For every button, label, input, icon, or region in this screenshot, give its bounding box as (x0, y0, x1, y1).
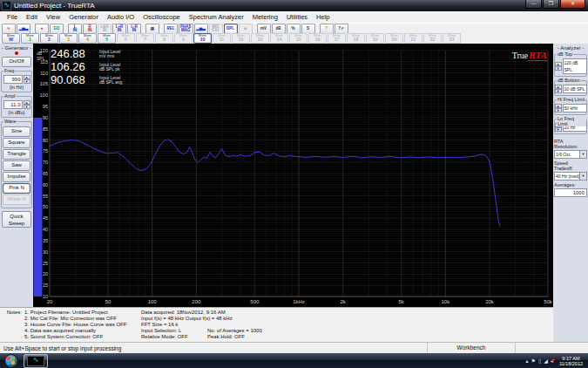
mem-button-21[interactable]: Mem21 (404, 33, 422, 44)
menu-help[interactable]: Help (312, 13, 334, 21)
mem-button-14[interactable]: Mem14 (270, 33, 288, 44)
mem-button-18[interactable]: Mem18 (347, 33, 365, 44)
mem-button-12[interactable]: Mem12 (232, 33, 250, 44)
quick-sweep-button[interactable]: Quick Sweep (2, 211, 31, 228)
mem-button-20[interactable]: Mem20 (385, 33, 403, 44)
wave-label: Wave (3, 119, 17, 124)
menu-generator[interactable]: Generator (64, 13, 103, 21)
wave-pink-n[interactable]: Pink N (3, 183, 30, 194)
toolbar-memories: MemWMem1Mem2Mem3Mem4Mem5Mem6Mem7Mem8Mem9… (0, 33, 588, 44)
mem-button-w[interactable]: MemW (2, 33, 20, 44)
db-top-spinner[interactable]: ▲▼ (555, 62, 562, 71)
ampl-group: Ampl 11.0 ▲▼ (in dBu) (1, 96, 32, 118)
rta-resolution-dropdown-icon[interactable]: ▼ (580, 150, 587, 159)
menu-utilities[interactable]: Utilities (282, 13, 312, 21)
mem-button-3[interactable]: Mem3 (59, 33, 78, 44)
wave-saw[interactable]: Saw (3, 160, 30, 171)
wave-buttons: SineSquareTriangleSawImpulsePink NWhite … (3, 126, 30, 205)
note-row2-col2: Input f(s) = 48 kHz Output f(s) = 48 kHz (141, 316, 207, 322)
svg-text:65: 65 (43, 171, 48, 176)
ampl-value[interactable]: 11.0 (3, 100, 23, 109)
mem-button-19[interactable]: Mem19 (366, 33, 384, 44)
windows-taskbar: ∿ ▴ ⚑ ▯ ◢ ◂✖ 9:17 AM 11/18/2012 (0, 353, 588, 368)
note-row3-col2: FFT Size = 16 k (141, 322, 207, 328)
start-button[interactable] (4, 354, 18, 368)
wave-white-n[interactable]: White N (3, 194, 30, 205)
analyzer-panel: - Analyzer - dB Top▲▼120 dB SPLdB Bottom… (553, 44, 588, 342)
mem-button-1[interactable]: Mem1 (21, 33, 39, 44)
chevron-up-icon[interactable]: ▴ (526, 355, 529, 367)
truerta-window: ∿ Untitled Project - TrueRTA — ❐ ✕ FileE… (0, 0, 588, 368)
db-bottom-spinner[interactable]: ▲▼ (555, 85, 562, 93)
taskbar-clock[interactable]: 9:17 AM 11/18/2012 (556, 356, 588, 366)
svg-text:70: 70 (43, 160, 48, 165)
menu-edit[interactable]: Edit (22, 13, 42, 21)
mem-button-23[interactable]: Mem23 (443, 33, 461, 44)
svg-text:110: 110 (40, 71, 48, 76)
freq-group: Freq 999 ▲▼ (in Hz) (1, 71, 32, 92)
menu-metering[interactable]: Metering (248, 13, 282, 21)
speed-tradeoff-dropdown-icon[interactable]: ▼ (580, 172, 587, 181)
menu-oscilloscope[interactable]: Oscilloscope (139, 13, 185, 21)
network-icon[interactable]: ◢ (544, 355, 548, 367)
minimize-button[interactable]: — (525, 0, 542, 9)
svg-text:SPL: SPL (37, 56, 45, 61)
mem-button-6[interactable]: Mem6 (117, 33, 135, 44)
svg-text:55: 55 (43, 194, 48, 199)
window-buttons: — ❐ ✕ (524, 0, 585, 9)
svg-text:45: 45 (43, 215, 48, 221)
speed-tradeoff-label: Speed Tradeoff: (553, 159, 588, 172)
rta-resolution-select[interactable]: 1/6 Oct.▼ (554, 150, 587, 159)
averages-input[interactable]: 1000 (554, 188, 587, 197)
mem-button-9[interactable]: Mem9 (174, 33, 193, 44)
svg-text:10k: 10k (441, 299, 450, 304)
mem-button-15[interactable]: Mem15 (289, 33, 308, 44)
maximize-button[interactable]: ❐ (543, 0, 559, 9)
db-bottom-value[interactable]: 10 dB SPL (563, 85, 587, 93)
mem-button-7[interactable]: Mem7 (136, 33, 154, 44)
note-row2-col3 (207, 316, 553, 322)
title-bar[interactable]: ∿ Untitled Project - TrueRTA — ❐ ✕ (0, 0, 588, 11)
speed-tradeoff-select[interactable]: 40 Hz (med)▼ (554, 172, 587, 181)
mem-button-13[interactable]: Mem13 (251, 33, 269, 44)
mem-button-11[interactable]: Mem11 (213, 33, 231, 44)
rta-chart: 1015202530354045505560657075808590951001… (33, 44, 553, 307)
mem-button-16[interactable]: Mem16 (308, 33, 327, 44)
mem-button-22[interactable]: Mem22 (423, 33, 442, 44)
svg-text:105: 105 (40, 81, 48, 86)
input-level-readouts: 246.88Input LevelmV rms106.26Input Level… (51, 47, 122, 86)
wave-impulse[interactable]: Impulse (3, 172, 30, 182)
battery-icon[interactable]: ▯ (538, 355, 541, 367)
mem-button-8[interactable]: Mem8 (155, 33, 173, 44)
logo-true: True (512, 51, 529, 60)
menu-file[interactable]: File (3, 13, 22, 21)
generator-status-indicator (15, 51, 18, 55)
generator-title: - Generator - (0, 44, 33, 51)
mem-button-17[interactable]: Mem17 (328, 33, 346, 44)
wave-triangle[interactable]: Triangle (3, 149, 30, 160)
speaker-muted-icon[interactable]: ◂✖ (551, 355, 553, 367)
taskbar-truerta-button[interactable]: ∿ (24, 354, 48, 368)
wave-square[interactable]: Square (3, 138, 30, 148)
mem-button-5[interactable]: Mem5 (98, 33, 116, 44)
note-row5-col1: 5. Sound System Correction: OFF (24, 334, 141, 340)
close-button[interactable]: ✕ (560, 0, 585, 9)
mem-button-2[interactable]: Mem2 (40, 33, 58, 44)
svg-text:85: 85 (43, 126, 48, 132)
menu-audio-i-o[interactable]: Audio I/O (103, 13, 139, 21)
mem-button-4[interactable]: Mem4 (78, 33, 97, 44)
wave-sine[interactable]: Sine (3, 126, 30, 137)
note-row3-col1: 3. House Curve File: House Curve was OFF (24, 322, 141, 328)
menu-spectrum-analyzer[interactable]: Spectrum Analyzer (185, 13, 248, 21)
mem-button-10[interactable]: Mem10 (193, 33, 212, 44)
hi-freq-limit-spinner[interactable]: ▲▼ (555, 104, 562, 112)
menu-view[interactable]: View (42, 13, 64, 21)
freq-value[interactable]: 999 (3, 75, 23, 84)
ampl-spinner[interactable]: ▲▼ (24, 100, 30, 109)
generator-onoff-button[interactable]: On/Off (2, 57, 31, 67)
db-top-value[interactable]: 120 dB SPL (563, 58, 587, 74)
hi-freq-limit-value[interactable]: 50 kHz (563, 104, 587, 112)
freq-spinner[interactable]: ▲▼ (24, 75, 30, 84)
flag-icon[interactable]: ⚑ (531, 355, 536, 367)
note-row4-col2: Input Selection: L (141, 328, 207, 334)
